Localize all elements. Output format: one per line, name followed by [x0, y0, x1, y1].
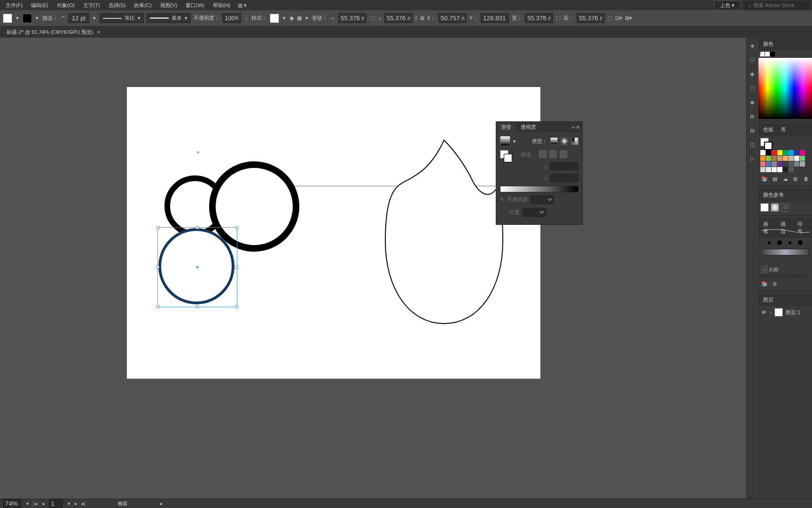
layer-row[interactable]: 👁 › 图层 1 [758, 306, 812, 318]
swatch-item[interactable] [766, 150, 771, 155]
nav-next-icon[interactable]: ▸ [75, 501, 77, 506]
panel-collapse-icon[interactable]: ›› ≡ [569, 124, 582, 130]
nav-prev-icon[interactable]: ◂ [42, 501, 44, 506]
menu-view[interactable]: 视图(V) [156, 0, 181, 10]
appearance-icon[interactable]: ◉ [748, 70, 757, 78]
swatches-stroke[interactable] [764, 142, 773, 150]
guide-base-color[interactable] [760, 203, 769, 212]
color-panel-tab[interactable]: 颜色 [761, 40, 775, 48]
expand-icon[interactable]: ▷ [748, 154, 757, 163]
swatch-item[interactable] [783, 150, 788, 155]
recolor-icon[interactable]: ◉ [289, 15, 294, 21]
menu-window[interactable]: 窗口(W) [182, 0, 208, 10]
swatch-trash-icon[interactable]: 🗑 [804, 176, 809, 183]
swatch-item[interactable] [800, 156, 805, 161]
linear-gradient-icon[interactable] [550, 137, 558, 145]
eyedropper-icon[interactable]: ✎ [500, 197, 504, 203]
swatch-item[interactable] [760, 150, 765, 155]
menu-type[interactable]: 文字(T) [79, 0, 104, 10]
menu-help[interactable]: 帮助(H) [209, 0, 234, 10]
arrange-icon2[interactable]: ⊞▾ [625, 15, 632, 21]
gradient-opacity-select[interactable] [531, 195, 554, 204]
info-icon[interactable]: ⓘ [748, 56, 757, 64]
nav-dropdown-icon[interactable]: ▾ [68, 501, 70, 506]
menu-select[interactable]: 选择(S) [105, 0, 130, 10]
document-tab[interactable]: 标题-2* @ 91.74% (CMYK/GPU 预览) × [2, 27, 105, 37]
close-tab-icon[interactable]: × [97, 29, 100, 35]
graphic-styles-icon[interactable]: ▢ [748, 84, 757, 92]
layer-name[interactable]: 图层 1 [786, 309, 800, 316]
guide-harmony-icon[interactable] [771, 203, 779, 212]
handle-mr[interactable] [235, 266, 238, 269]
stroke-weight-input[interactable] [68, 13, 89, 23]
color-spectrum[interactable] [758, 58, 812, 119]
shape-w-input[interactable] [338, 13, 367, 23]
layer-visibility-icon[interactable]: 👁 [761, 310, 767, 315]
gradient-position-select[interactable] [523, 208, 546, 217]
artboard-input[interactable] [49, 499, 63, 508]
canvas-area[interactable]: × + [0, 38, 739, 499]
swatch-item[interactable] [766, 167, 771, 172]
gradient-slider[interactable] [500, 186, 578, 192]
library-panel-tab[interactable]: 库 [779, 125, 788, 134]
handle-tl[interactable] [156, 226, 159, 229]
link-wh-icon[interactable]: ⬚ [556, 15, 561, 21]
swatch-item[interactable] [789, 161, 794, 167]
clip-icon[interactable]: ⊡▾ [615, 15, 622, 21]
pathfinder-icon[interactable]: ◫ [748, 140, 757, 149]
swatch-item[interactable] [760, 161, 765, 167]
handle-bm[interactable] [196, 305, 199, 308]
swatch-item[interactable] [800, 161, 805, 167]
handle-br[interactable] [235, 305, 238, 308]
fill-swatch[interactable] [3, 14, 12, 23]
swatch-item[interactable] [766, 161, 771, 167]
nav-last-icon[interactable]: ▸| [82, 501, 86, 506]
swatch-item[interactable] [783, 156, 788, 161]
gradient-angle-input[interactable] [550, 162, 578, 170]
brush-remove-icon[interactable]: ⊘ [773, 281, 779, 287]
stroke-apply-2[interactable] [549, 151, 557, 158]
swatch-item[interactable] [794, 156, 799, 161]
swatch-item[interactable] [794, 150, 799, 155]
align-panel-icon[interactable]: ▤ [748, 126, 757, 135]
brush-lib-icon[interactable]: 📚 [761, 281, 768, 287]
swatch-item[interactable] [760, 156, 765, 161]
layers-panel-tab[interactable]: 图层 [761, 295, 775, 304]
swatch-lib-icon[interactable]: 📚 [761, 176, 768, 183]
swatch-item[interactable] [800, 150, 805, 155]
transform-panel-icon[interactable]: ⊞ [748, 112, 757, 120]
style-swatch[interactable] [270, 14, 279, 23]
stroke-dropdown-icon[interactable]: ▾ [35, 15, 39, 21]
artboard[interactable]: × + [127, 87, 540, 379]
handle-tm[interactable] [196, 226, 199, 229]
fill-dropdown-icon[interactable]: ▾ [15, 15, 20, 21]
petal-shape[interactable] [381, 138, 508, 326]
align-icon[interactable]: ▦ [297, 15, 302, 21]
shape-h-input[interactable] [384, 13, 413, 23]
status-menu-icon[interactable]: ▸ [160, 501, 163, 506]
h-input[interactable] [577, 13, 605, 23]
workspace-dropdown[interactable]: 上色 ▾ [714, 0, 741, 10]
handle-ml[interactable] [156, 266, 159, 269]
isolate-icon[interactable]: ⬚ [608, 15, 612, 21]
stroke-profile[interactable]: 等比 ▾ [100, 13, 144, 23]
layer-thumbnail[interactable] [774, 308, 783, 317]
swatch-item[interactable] [794, 161, 799, 167]
white-swatch[interactable] [765, 52, 770, 56]
brush-definition[interactable]: 基本 ▾ [147, 13, 191, 23]
menu-file[interactable]: 文件(F) [2, 0, 26, 10]
transform-icon[interactable]: ⊞ [420, 15, 424, 21]
swatch-item[interactable] [772, 156, 777, 161]
guide-edit-icon[interactable]: ⊡ [781, 203, 789, 212]
corner-icon[interactable]: ⌈ [415, 15, 417, 21]
stroke-swatch[interactable] [23, 14, 32, 23]
opacity-input[interactable] [222, 13, 241, 23]
gradient-aspect-input[interactable] [550, 174, 578, 182]
black-swatch[interactable] [770, 52, 775, 56]
menu-effect[interactable]: 效果(C) [130, 0, 155, 10]
y-input[interactable] [481, 13, 509, 23]
gradient-preview[interactable] [500, 136, 510, 146]
swatch-item[interactable] [766, 156, 771, 161]
search-stock[interactable]: ⌕ 搜索 Adobe Stock [744, 1, 810, 10]
handle-bl[interactable] [156, 305, 159, 308]
